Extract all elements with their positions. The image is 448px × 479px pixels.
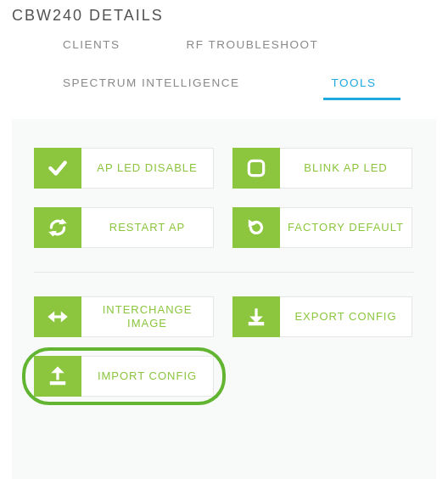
upload-icon [34, 356, 81, 397]
ap-led-disable-button[interactable]: AP LED DISABLE [34, 148, 214, 189]
undo-icon [232, 207, 280, 248]
square-icon [232, 148, 280, 189]
blink-ap-led-button[interactable]: BLINK AP LED [232, 148, 412, 189]
restart-ap-button[interactable]: RESTART AP [34, 207, 214, 248]
download-icon [232, 296, 280, 337]
import-config-label: IMPORT CONFIG [81, 356, 214, 397]
factory-default-label: FACTORY DEFAULT [280, 207, 412, 248]
import-config-button[interactable]: IMPORT CONFIG [34, 356, 214, 397]
svg-marker-2 [49, 231, 56, 235]
svg-rect-9 [249, 323, 263, 325]
svg-rect-0 [249, 161, 263, 175]
tab-bar-row2: SPECTRUM INTELLIGENCE TOOLS [12, 68, 436, 100]
swap-icon [34, 296, 81, 337]
tab-spectrum-intelligence[interactable]: SPECTRUM INTELLIGENCE [54, 68, 264, 100]
svg-marker-8 [251, 317, 262, 323]
factory-default-button[interactable]: FACTORY DEFAULT [232, 207, 412, 248]
export-config-label: EXPORT CONFIG [280, 296, 412, 337]
tab-rf-troubleshoot[interactable]: RF TROUBLESHOOT [178, 30, 343, 59]
svg-marker-6 [61, 313, 67, 322]
tab-tools[interactable]: TOOLS [323, 68, 400, 100]
export-config-button[interactable]: EXPORT CONFIG [232, 296, 412, 337]
interchange-image-button[interactable]: INTERCHANGE IMAGE [34, 296, 214, 337]
check-icon [34, 148, 81, 189]
tab-clients[interactable]: CLIENTS [54, 30, 144, 59]
svg-marker-1 [59, 219, 66, 223]
svg-marker-11 [53, 367, 64, 373]
svg-rect-12 [50, 382, 64, 385]
divider [34, 272, 414, 273]
refresh-icon [34, 207, 81, 248]
interchange-image-label: INTERCHANGE IMAGE [81, 296, 214, 337]
button-grid-bottom: INTERCHANGE IMAGE EXPORT CONFIG [34, 296, 414, 397]
page-title: CBW240 DETAILS [12, 7, 436, 25]
tools-panel: AP LED DISABLE BLINK AP LED RESTA [12, 119, 436, 479]
button-grid-top: AP LED DISABLE BLINK AP LED RESTA [34, 148, 414, 248]
svg-marker-5 [48, 313, 54, 322]
restart-ap-label: RESTART AP [81, 207, 214, 248]
ap-led-disable-label: AP LED DISABLE [81, 148, 214, 189]
blink-ap-led-label: BLINK AP LED [280, 148, 412, 189]
tab-bar-row1: CLIENTS RF TROUBLESHOOT [12, 30, 436, 59]
